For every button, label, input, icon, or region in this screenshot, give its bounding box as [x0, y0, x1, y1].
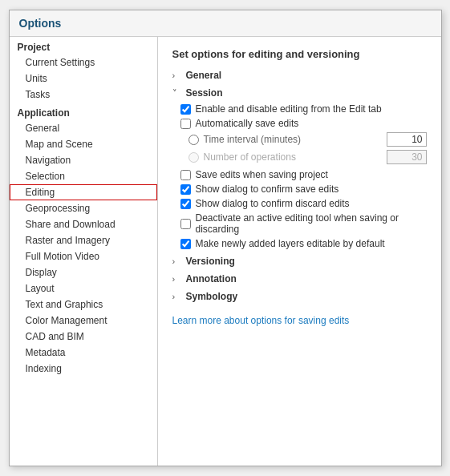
- deactivate-tool-checkbox[interactable]: [180, 219, 191, 229]
- nav-item-display[interactable]: Display: [10, 264, 157, 280]
- section-session-header[interactable]: ˅ Session: [172, 87, 427, 99]
- learn-more-link[interactable]: Learn more about options for saving edit…: [172, 315, 350, 326]
- nav-item-full-motion-video[interactable]: Full Motion Video: [10, 248, 157, 264]
- symbology-section-label: Symbology: [186, 291, 238, 302]
- confirm-discard-label: Show dialog to confirm discard edits: [196, 198, 350, 209]
- nav-item-tasks[interactable]: Tasks: [10, 87, 157, 103]
- nav-item-editing[interactable]: Editing: [10, 184, 157, 200]
- checkbox-confirm-discard-row: Show dialog to confirm discard edits: [180, 198, 427, 209]
- time-interval-input[interactable]: [387, 132, 427, 147]
- section-versioning-header[interactable]: › Versioning: [172, 256, 427, 267]
- nav-item-raster-and-imagery[interactable]: Raster and Imagery: [10, 232, 157, 248]
- editable-layers-label: Make newly added layers editable by defa…: [196, 238, 385, 249]
- checkbox-enable-editing-row: Enable and disable editing from the Edit…: [180, 103, 427, 115]
- radio-num-operations-row: Number of operations: [180, 150, 427, 164]
- num-operations-input[interactable]: [387, 150, 427, 164]
- auto-save-label: Automatically save edits: [196, 118, 299, 129]
- checkbox-editable-layers-row: Make newly added layers editable by defa…: [180, 238, 427, 249]
- nav-item-layout[interactable]: Layout: [10, 280, 157, 296]
- nav-item-share-and-download[interactable]: Share and Download: [10, 216, 157, 232]
- nav-item-map-and-scene[interactable]: Map and Scene: [10, 136, 157, 152]
- checkbox-confirm-save-row: Show dialog to confirm save edits: [180, 184, 427, 195]
- time-interval-radio[interactable]: [189, 135, 199, 145]
- nav-item-units[interactable]: Units: [10, 71, 157, 87]
- save-on-project-checkbox[interactable]: [180, 170, 191, 180]
- confirm-save-checkbox[interactable]: [180, 184, 191, 195]
- session-arrow-icon: ˅: [172, 88, 182, 99]
- dialog-title: Options: [10, 10, 441, 37]
- general-arrow-icon: ›: [172, 71, 182, 80]
- checkbox-save-on-project-row: Save edits when saving project: [180, 169, 427, 180]
- editable-layers-checkbox[interactable]: [180, 239, 191, 249]
- section-annotation-header[interactable]: › Annotation: [172, 273, 427, 284]
- session-section-label: Session: [186, 87, 223, 99]
- left-nav-panel: Project Current Settings Units Tasks App…: [10, 37, 158, 466]
- time-interval-label: Time interval (minutes): [204, 134, 387, 145]
- deactivate-tool-label: Deactivate an active editing tool when s…: [196, 212, 427, 235]
- save-on-project-label: Save edits when saving project: [196, 169, 328, 180]
- nav-item-selection[interactable]: Selection: [10, 168, 157, 184]
- nav-item-indexing[interactable]: Indexing: [10, 361, 157, 377]
- checkbox-auto-save-row: Automatically save edits: [180, 118, 427, 129]
- section-general-header[interactable]: › General: [172, 70, 427, 81]
- annotation-section-label: Annotation: [186, 273, 237, 284]
- section-symbology-header[interactable]: › Symbology: [172, 291, 427, 302]
- num-operations-label: Number of operations: [204, 151, 387, 163]
- enable-editing-checkbox[interactable]: [180, 104, 191, 115]
- radio-time-interval-row: Time interval (minutes): [180, 132, 427, 147]
- enable-editing-label: Enable and disable editing from the Edit…: [196, 103, 382, 115]
- nav-group-application: Application: [10, 103, 157, 120]
- confirm-save-label: Show dialog to confirm save edits: [196, 184, 339, 195]
- nav-item-cad-and-bim[interactable]: CAD and BIM: [10, 329, 157, 345]
- confirm-discard-checkbox[interactable]: [180, 199, 191, 209]
- nav-item-text-and-graphics[interactable]: Text and Graphics: [10, 296, 157, 313]
- dialog-body: Project Current Settings Units Tasks App…: [10, 37, 441, 466]
- num-operations-radio[interactable]: [189, 152, 199, 163]
- nav-item-current-settings[interactable]: Current Settings: [10, 54, 157, 71]
- checkbox-deactivate-tool-row: Deactivate an active editing tool when s…: [180, 212, 427, 235]
- nav-item-general[interactable]: General: [10, 120, 157, 136]
- extra-options-group: Save edits when saving project Show dial…: [180, 169, 427, 249]
- auto-save-checkbox[interactable]: [180, 119, 191, 129]
- nav-item-color-management[interactable]: Color Management: [10, 313, 157, 329]
- right-content-panel: Set options for editing and versioning ›…: [158, 37, 441, 466]
- nav-item-geoprocessing[interactable]: Geoprocessing: [10, 200, 157, 216]
- symbology-arrow-icon: ›: [172, 292, 182, 301]
- versioning-arrow-icon: ›: [172, 256, 182, 266]
- session-content: Enable and disable editing from the Edit…: [172, 103, 427, 249]
- general-section-label: General: [186, 70, 222, 81]
- options-dialog: Options Project Current Settings Units T…: [9, 10, 442, 466]
- versioning-section-label: Versioning: [186, 256, 235, 267]
- panel-title: Set options for editing and versioning: [172, 48, 427, 60]
- nav-item-metadata[interactable]: Metadata: [10, 345, 157, 361]
- annotation-arrow-icon: ›: [172, 274, 182, 284]
- nav-group-project: Project: [10, 37, 157, 54]
- nav-item-navigation[interactable]: Navigation: [10, 152, 157, 168]
